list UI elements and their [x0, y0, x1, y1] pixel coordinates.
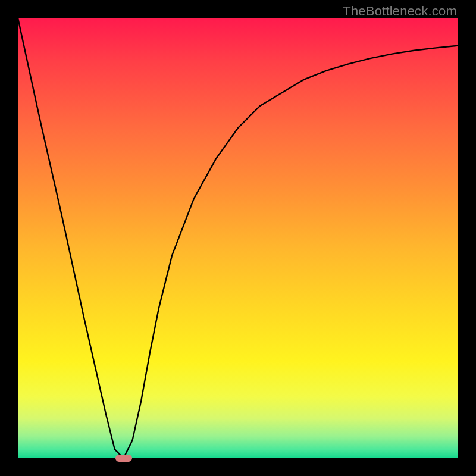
- optimum-marker: [115, 455, 132, 462]
- curve-path: [18, 18, 458, 458]
- watermark-text: TheBottleneck.com: [343, 4, 457, 19]
- chart-frame: TheBottleneck.com: [0, 0, 476, 476]
- plot-area: [18, 18, 458, 458]
- bottleneck-curve: [18, 18, 458, 458]
